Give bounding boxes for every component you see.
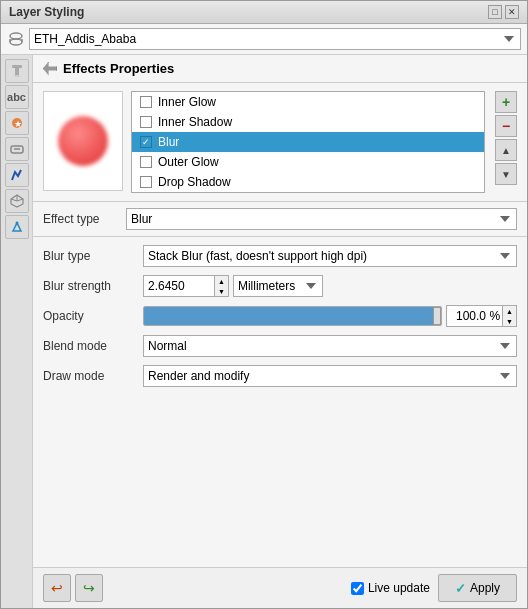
opacity-down[interactable]: ▼ (503, 316, 516, 326)
opacity-label: Opacity (43, 309, 143, 323)
effects-list-area: Inner Glow Inner Shadow ✓ Blur Outer (33, 83, 527, 202)
opacity-control: ▲ ▼ (143, 305, 517, 327)
live-update-label[interactable]: Live update (351, 581, 430, 595)
blur-strength-up[interactable]: ▲ (215, 276, 228, 286)
main-content: abc ★ (1, 55, 527, 608)
blur-strength-arrows: ▲ ▼ (214, 276, 228, 296)
draw-mode-label: Draw mode (43, 369, 143, 383)
blur-strength-unit[interactable]: MillimetersPixelsPoints (233, 275, 323, 297)
restore-button[interactable]: □ (488, 5, 502, 19)
outer-glow-checkbox[interactable] (140, 156, 152, 168)
inner-shadow-checkbox[interactable] (140, 116, 152, 128)
opacity-row: Opacity ▲ ▼ (43, 305, 517, 327)
effect-item-blur[interactable]: ✓ Blur (132, 132, 484, 152)
blur-strength-row: Blur strength ▲ ▼ MillimetersPixelsPoint… (43, 275, 517, 297)
svg-rect-5 (15, 68, 19, 75)
opacity-spinbox: ▲ ▼ (446, 305, 517, 327)
list-actions: + − ▲ ▼ (495, 91, 517, 193)
effect-type-row: Effect type BlurInner GlowInner ShadowOu… (33, 202, 527, 237)
opacity-arrows: ▲ ▼ (502, 306, 516, 326)
effect-item-outer-glow[interactable]: Outer Glow (132, 152, 484, 172)
blend-mode-control: NormalMultiplyScreenOverlay (143, 335, 517, 357)
apply-button[interactable]: ✓ Apply (438, 574, 517, 602)
draw-mode-select[interactable]: Render and modifyRender onlyModifier onl… (143, 365, 517, 387)
layer-icon (7, 30, 25, 48)
right-panel: Effects Properties Inner Glow I (33, 55, 527, 608)
blend-mode-row: Blend mode NormalMultiplyScreenOverlay (43, 335, 517, 357)
effect-type-label: Effect type (43, 212, 118, 226)
blur-type-label: Blur type (43, 249, 143, 263)
svg-line-14 (17, 199, 23, 201)
preview-circle (58, 116, 108, 166)
svg-line-13 (11, 199, 17, 201)
blur-strength-input[interactable] (144, 276, 214, 296)
live-update-checkbox[interactable] (351, 582, 364, 595)
toolbar-symbol-btn[interactable]: ★ (5, 111, 29, 135)
blur-type-row: Blur type Stack Blur (fast, doesn't supp… (43, 245, 517, 267)
effects-list: Inner Glow Inner Shadow ✓ Blur Outer (131, 91, 485, 193)
blur-strength-down[interactable]: ▼ (215, 286, 228, 296)
opacity-up[interactable]: ▲ (503, 306, 516, 316)
title-bar: Layer Styling □ ✕ (1, 1, 527, 24)
back-button[interactable] (43, 62, 57, 76)
close-button[interactable]: ✕ (505, 5, 519, 19)
move-down-button[interactable]: ▼ (495, 163, 517, 185)
opacity-slider[interactable] (143, 306, 442, 326)
move-up-button[interactable]: ▲ (495, 139, 517, 161)
window-title: Layer Styling (9, 5, 84, 19)
window-controls: □ ✕ (488, 5, 519, 19)
blur-strength-control: ▲ ▼ MillimetersPixelsPoints (143, 275, 517, 297)
left-toolbar: abc ★ (1, 55, 33, 608)
outer-glow-label: Outer Glow (158, 155, 219, 169)
remove-effect-button[interactable]: − (495, 115, 517, 137)
layer-select-bar: ETH_Addis_Ababa (1, 24, 527, 55)
toolbar-fx-btn[interactable] (5, 215, 29, 239)
effects-header-label: Effects Properties (63, 61, 174, 76)
layer-dropdown[interactable]: ETH_Addis_Ababa (29, 28, 521, 50)
svg-text:★: ★ (14, 119, 22, 129)
inner-glow-label: Inner Glow (158, 95, 216, 109)
effects-header: Effects Properties (33, 55, 527, 83)
effect-type-dropdown[interactable]: BlurInner GlowInner ShadowOuter GlowDrop… (126, 208, 517, 230)
inner-glow-checkbox[interactable] (140, 96, 152, 108)
draw-mode-row: Draw mode Render and modifyRender onlyMo… (43, 365, 517, 387)
main-window: Layer Styling □ ✕ ETH_Addis_Ababa (0, 0, 528, 609)
effect-item-inner-glow[interactable]: Inner Glow (132, 92, 484, 112)
live-update-text: Live update (368, 581, 430, 595)
svg-point-3 (10, 39, 22, 45)
draw-mode-control: Render and modifyRender onlyModifier onl… (143, 365, 517, 387)
svg-rect-4 (12, 65, 22, 68)
blur-strength-spinbox: ▲ ▼ (143, 275, 229, 297)
blend-mode-label: Blend mode (43, 339, 143, 353)
blur-label: Blur (158, 135, 179, 149)
preview-box (43, 91, 123, 191)
toolbar-3d-btn[interactable] (5, 189, 29, 213)
add-effect-button[interactable]: + (495, 91, 517, 113)
blur-checkbox[interactable]: ✓ (140, 136, 152, 148)
blend-mode-select[interactable]: NormalMultiplyScreenOverlay (143, 335, 517, 357)
toolbar-text-btn[interactable]: abc (5, 85, 29, 109)
params-area: Blur type Stack Blur (fast, doesn't supp… (33, 237, 527, 567)
effect-item-inner-shadow[interactable]: Inner Shadow (132, 112, 484, 132)
effect-item-drop-shadow[interactable]: Drop Shadow (132, 172, 484, 192)
drop-shadow-checkbox[interactable] (140, 176, 152, 188)
toolbar-label-btn[interactable] (5, 137, 29, 161)
undo-icon: ↩ (51, 580, 63, 596)
footer: ↩ ↪ Live update ✓ Apply (33, 567, 527, 608)
effects-list-container: Inner Glow Inner Shadow ✓ Blur Outer (131, 91, 485, 193)
footer-left: ↩ ↪ (43, 574, 103, 602)
blur-type-select[interactable]: Stack Blur (fast, doesn't support high d… (143, 245, 517, 267)
inner-shadow-label: Inner Shadow (158, 115, 232, 129)
svg-point-15 (15, 222, 18, 225)
svg-point-0 (10, 33, 22, 39)
blur-strength-label: Blur strength (43, 279, 143, 293)
undo-button[interactable]: ↩ (43, 574, 71, 602)
opacity-input[interactable] (447, 306, 502, 326)
apply-label: Apply (470, 581, 500, 595)
drop-shadow-label: Drop Shadow (158, 175, 231, 189)
redo-button[interactable]: ↪ (75, 574, 103, 602)
toolbar-rule-btn[interactable] (5, 163, 29, 187)
blur-type-control: Stack Blur (fast, doesn't support high d… (143, 245, 517, 267)
toolbar-paint-btn[interactable] (5, 59, 29, 83)
svg-rect-6 (14, 75, 20, 77)
